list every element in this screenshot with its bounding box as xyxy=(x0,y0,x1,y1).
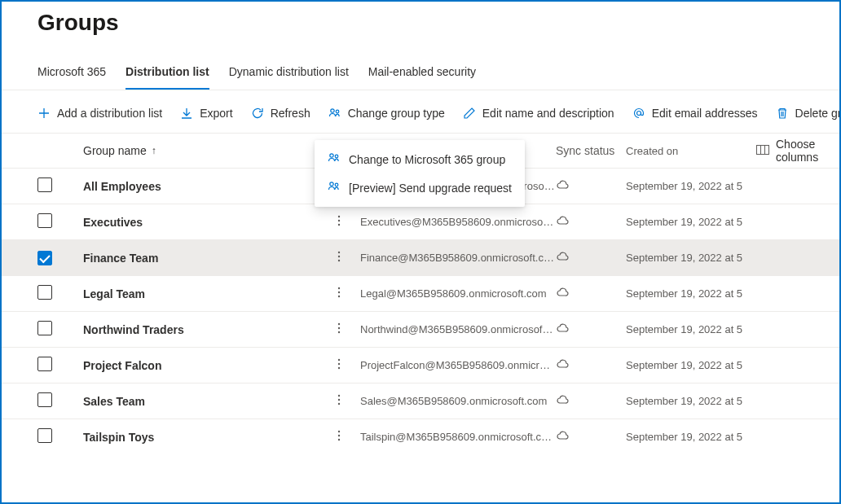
table-row[interactable]: Sales TeamSales@M365B958609.onmicrosoft.… xyxy=(2,383,839,419)
edit-name-button[interactable]: Edit name and description xyxy=(463,107,614,120)
table-row[interactable]: Finance TeamFinance@M365B958609.onmicros… xyxy=(2,239,839,275)
more-vertical-icon xyxy=(337,322,341,337)
group-email: Northwind@M365B958609.onmicrosoft.com xyxy=(360,323,556,335)
table-row[interactable]: Legal TeamLegal@M365B958609.onmicrosoft.… xyxy=(2,275,839,311)
svg-point-25 xyxy=(338,367,340,369)
change-group-type-button[interactable]: Change group type xyxy=(328,107,445,120)
dropdown-send-upgrade-request[interactable]: [Preview] Send upgrade request xyxy=(315,173,525,202)
row-more-button[interactable] xyxy=(331,286,347,301)
delete-label: Delete group xyxy=(795,107,841,120)
column-header-name[interactable]: Group name ↑ xyxy=(83,144,331,157)
row-more-button[interactable] xyxy=(331,357,347,373)
svg-point-26 xyxy=(338,395,340,397)
svg-point-20 xyxy=(338,323,340,325)
tab-distribution-list[interactable]: Distribution list xyxy=(125,65,209,90)
svg-point-3 xyxy=(330,154,333,157)
edit-email-button[interactable]: Edit email addresses xyxy=(632,107,758,120)
export-button[interactable]: Export xyxy=(180,107,232,120)
group-created: September 19, 2022 at 5 xyxy=(626,431,756,443)
group-name[interactable]: Legal Team xyxy=(83,287,145,300)
tab-dynamic-distribution-list[interactable]: Dynamic distribution list xyxy=(229,65,349,90)
group-created: September 19, 2022 at 5 xyxy=(626,323,756,335)
column-header-created[interactable]: Created on xyxy=(626,145,756,157)
group-name[interactable]: All Employees xyxy=(83,180,161,193)
table-row[interactable]: Project FalconProjectFalcon@M365B958609.… xyxy=(2,347,839,383)
choose-columns-label: Choose columns xyxy=(776,138,828,164)
cloud-icon xyxy=(556,429,569,445)
row-more-button[interactable] xyxy=(331,393,347,409)
row-checkbox[interactable] xyxy=(37,285,52,300)
group-created: September 19, 2022 at 5 xyxy=(626,216,756,228)
svg-point-21 xyxy=(338,327,340,329)
export-label: Export xyxy=(200,107,232,120)
svg-point-14 xyxy=(338,252,340,253)
edit-name-label: Edit name and description xyxy=(482,107,614,120)
cloud-icon xyxy=(556,214,569,230)
row-checkbox[interactable] xyxy=(37,213,52,228)
dropdown-change-to-m365[interactable]: Change to Microsoft 365 group xyxy=(315,145,525,173)
group-name[interactable]: Tailspin Toys xyxy=(83,431,154,444)
pencil-icon xyxy=(463,107,476,120)
group-name[interactable]: Sales Team xyxy=(83,395,145,408)
group-name[interactable]: Executives xyxy=(83,216,143,229)
column-created-label: Created on xyxy=(626,145,678,157)
more-vertical-icon xyxy=(337,214,341,230)
more-vertical-icon xyxy=(337,393,341,409)
svg-point-1 xyxy=(336,110,339,113)
cloud-icon xyxy=(556,286,569,301)
cloud-icon xyxy=(556,178,569,194)
tabs: Microsoft 365 Distribution list Dynamic … xyxy=(2,36,839,90)
table-row[interactable]: Northwind TradersNorthwind@M365B958609.o… xyxy=(2,311,839,347)
people-swap-icon xyxy=(328,107,341,120)
toolbar: Add a distribution list Export Refresh C… xyxy=(2,90,839,134)
columns-icon xyxy=(756,144,769,157)
more-vertical-icon xyxy=(337,250,341,265)
svg-point-17 xyxy=(338,287,340,289)
people-icon xyxy=(328,151,341,167)
row-checkbox[interactable] xyxy=(37,392,52,407)
change-type-label: Change group type xyxy=(348,107,445,120)
column-header-sync[interactable]: Sync status xyxy=(556,144,626,157)
group-name[interactable]: Finance Team xyxy=(83,252,158,265)
add-distribution-list-button[interactable]: Add a distribution list xyxy=(37,107,162,120)
svg-point-11 xyxy=(338,216,340,217)
group-email: ProjectFalcon@M365B958609.onmicrosoft.co… xyxy=(360,359,556,371)
row-checkbox[interactable] xyxy=(37,428,52,443)
svg-point-18 xyxy=(338,291,340,293)
row-checkbox[interactable] xyxy=(37,357,52,371)
group-created: September 19, 2022 at 5 xyxy=(626,395,756,407)
row-checkbox[interactable] xyxy=(37,251,52,265)
group-name[interactable]: Project Falcon xyxy=(83,359,161,372)
cloud-icon xyxy=(556,357,569,373)
change-group-type-dropdown: Change to Microsoft 365 group [Preview] … xyxy=(315,140,525,207)
tab-microsoft-365[interactable]: Microsoft 365 xyxy=(37,65,106,90)
svg-point-15 xyxy=(338,256,340,257)
svg-point-13 xyxy=(338,224,340,226)
svg-point-0 xyxy=(330,109,333,112)
row-checkbox[interactable] xyxy=(37,177,52,192)
svg-point-29 xyxy=(338,431,340,432)
column-name-label: Group name xyxy=(83,144,147,157)
tab-mail-enabled-security[interactable]: Mail-enabled security xyxy=(368,65,476,90)
row-more-button[interactable] xyxy=(331,322,347,337)
cloud-icon xyxy=(556,393,569,409)
row-more-button[interactable] xyxy=(331,250,347,265)
refresh-button[interactable]: Refresh xyxy=(251,107,310,120)
svg-point-2 xyxy=(636,112,641,116)
cloud-icon xyxy=(556,250,569,265)
group-created: September 19, 2022 at 5 xyxy=(626,359,756,371)
choose-columns-button[interactable]: Choose columns xyxy=(756,138,828,164)
svg-point-22 xyxy=(338,331,340,333)
delete-group-button[interactable]: Delete group xyxy=(776,107,841,120)
row-checkbox[interactable] xyxy=(37,321,52,335)
more-vertical-icon xyxy=(337,286,341,301)
refresh-label: Refresh xyxy=(271,107,310,120)
group-name[interactable]: Northwind Traders xyxy=(83,323,184,336)
edit-email-label: Edit email addresses xyxy=(652,107,758,120)
table-row[interactable]: ExecutivesExecutives@M365B958609.onmicro… xyxy=(2,204,839,239)
row-more-button[interactable] xyxy=(331,214,347,230)
table-row[interactable]: Tailspin ToysTailspin@M365B958609.onmicr… xyxy=(2,419,839,454)
svg-point-6 xyxy=(335,183,338,186)
row-more-button[interactable] xyxy=(331,429,347,445)
group-email: Sales@M365B958609.onmicrosoft.com xyxy=(360,395,556,407)
